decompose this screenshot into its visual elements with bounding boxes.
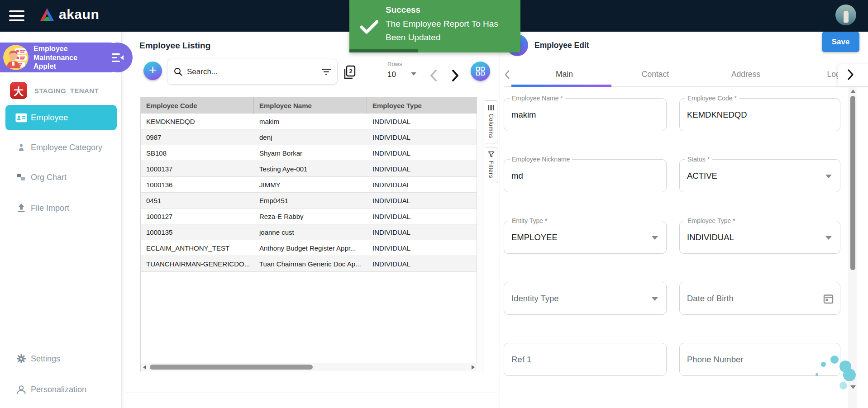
tab-contact[interactable]: Contact [642, 70, 669, 79]
column-header[interactable]: Employee Name [254, 97, 367, 114]
horizontal-scrollbar-thumb[interactable] [150, 365, 313, 370]
menu-icon[interactable] [9, 10, 24, 21]
cell-employee-name: Testing Aye-001 [254, 161, 367, 176]
tabs-scroll-left-button[interactable] [504, 70, 510, 80]
toast-message: The Employee Report To Has Been Updated [386, 17, 515, 44]
horizontal-scrollbar[interactable] [141, 363, 477, 371]
field-phone-number[interactable]: Phone Number [679, 343, 840, 376]
svg-text:2: 2 [349, 68, 352, 75]
field-placeholder: Ref 1 [511, 355, 531, 365]
field-date-of-birth[interactable]: Date of Birth [679, 282, 840, 315]
cell-employee-type: INDIVIDUAL [367, 224, 477, 240]
table-row[interactable]: 1000127 Reza-E Rabby INDIVIDUAL [141, 209, 477, 224]
tab-main[interactable]: Main [556, 70, 573, 79]
filter-list-icon[interactable] [322, 69, 331, 75]
cell-employee-code: 1000127 [141, 209, 254, 224]
grid-view-button[interactable] [471, 62, 490, 81]
search-input[interactable] [186, 67, 322, 77]
scroll-left-arrow-icon[interactable] [143, 365, 146, 370]
employee-badge-icon [15, 113, 27, 123]
sidebar-collapse-button[interactable] [103, 43, 133, 72]
table-row[interactable]: 0451 Emp0451 INDIVIDUAL [141, 193, 477, 209]
add-employee-button[interactable]: + [143, 62, 162, 80]
sidebar-item-file-import[interactable]: File Import [0, 201, 121, 215]
cell-employee-code: 1000135 [141, 224, 254, 240]
sidebar-item-employee[interactable]: Employee [5, 105, 117, 130]
sidebar-item-label: Settings [31, 354, 60, 364]
upload-icon [15, 204, 27, 213]
active-tab-underline [511, 85, 611, 87]
sidebar-item-org-chart[interactable]: Org Chart [0, 170, 121, 185]
tab-address[interactable]: Address [731, 70, 760, 79]
employee-category-icon [15, 144, 27, 152]
success-toast[interactable]: Success The Employee Report To Has Been … [349, 0, 520, 52]
field-ref-1[interactable]: Ref 1 [504, 343, 667, 376]
columns-tab[interactable]: Columns [485, 100, 497, 143]
pages-icon[interactable]: 2 [343, 65, 356, 80]
applet-header[interactable]: Employee Maintenance Applet [0, 43, 117, 72]
cell-employee-type: INDIVIDUAL [367, 256, 477, 271]
table-row[interactable]: 1000137 Testing Aye-001 INDIVIDUAL [141, 161, 477, 177]
calendar-icon[interactable] [823, 294, 834, 304]
table-side-tabs: Columns Filters [485, 100, 497, 187]
cell-employee-name: joanne cust [254, 224, 367, 240]
table-row[interactable]: 0987 denj INDIVIDUAL [141, 129, 477, 145]
vertical-scrollbar[interactable] [849, 87, 857, 408]
field-employee-nickname[interactable]: Employee Nickname md [504, 159, 667, 192]
vertical-scrollbar-thumb[interactable] [850, 96, 855, 270]
table-row[interactable]: ECLAIM_ANTHONY_TEST Anthony Budget Regis… [141, 240, 477, 256]
cell-employee-type: INDIVIDUAL [367, 114, 477, 129]
field-identity-type[interactable]: Identity Type [504, 282, 667, 315]
rows-value: 10 [387, 70, 424, 79]
pagination-next-button[interactable] [450, 69, 460, 82]
scroll-right-arrow-icon[interactable] [472, 365, 475, 370]
table-row[interactable]: 1000136 JIMMY INDIVIDUAL [141, 177, 477, 193]
field-employee-name[interactable]: Employee Name * makim [504, 98, 667, 131]
column-header[interactable]: Employee Code [141, 97, 254, 114]
sidebar-item-personalization[interactable]: Personalization [0, 382, 121, 397]
field-value: KEMDKNEDQD [687, 110, 747, 120]
sidebar-item-tenant[interactable]: 大 STAGING_TENANT [0, 80, 121, 101]
field-status[interactable]: Status * ACTIVE [679, 159, 840, 192]
field-employee-code[interactable]: Employee Code * KEMDKNEDQD [679, 98, 840, 131]
filters-tab[interactable]: Filters [485, 147, 497, 183]
sidebar-item-label: Org Chart [31, 173, 67, 182]
table-row[interactable]: SB108 Shyam Borkar INDIVIDUAL [141, 145, 477, 161]
table-row[interactable]: 1000135 joanne cust INDIVIDUAL [141, 224, 477, 240]
field-placeholder: Phone Number [687, 355, 743, 365]
sidebar-item-settings[interactable]: Settings [0, 351, 121, 366]
cell-employee-type: INDIVIDUAL [367, 161, 477, 176]
cell-employee-name: Reza-E Rabby [254, 209, 367, 224]
sidebar-item-label: Employee [31, 113, 68, 123]
tenant-label: STAGING_TENANT [34, 87, 99, 95]
field-employee-type[interactable]: Employee Type * INDIVIDUAL [679, 221, 840, 254]
table-vertical-scroll-gutter [477, 97, 483, 371]
scroll-up-arrow-icon[interactable] [850, 90, 856, 93]
brand-triangle-icon [39, 7, 55, 22]
pagination-prev-button[interactable] [429, 69, 439, 82]
user-avatar[interactable] [835, 5, 856, 25]
save-button[interactable]: Save [822, 32, 859, 52]
chevron-down-icon [825, 236, 832, 240]
rows-per-page-select[interactable]: Rows 10 [387, 61, 424, 83]
cell-employee-code: 1000136 [141, 177, 254, 192]
table-row[interactable]: TUANCHAIRMAN-GENERICDO... Tuan Chairman … [141, 256, 477, 272]
cell-employee-name: Tuan Chairman Generic Doc Ap... [254, 256, 367, 271]
editor-tabs: Main Contact Address Logi [504, 63, 868, 87]
table-row[interactable]: KEMDKNEDQD makim INDIVIDUAL [141, 114, 477, 129]
field-entity-type[interactable]: Entity Type * EMPLOYEE [504, 221, 667, 254]
applet-avatar [3, 45, 29, 70]
column-header[interactable]: Employee Type [367, 97, 477, 114]
search-icon [174, 67, 182, 76]
sidebar-item-employee-category[interactable]: Employee Category [0, 140, 121, 155]
toast-title: Success [386, 5, 420, 15]
chevron-down-icon [825, 175, 832, 178]
field-value: EMPLOYEE [511, 232, 558, 242]
sidebar: Employee Maintenance Applet 大 STAGING [0, 32, 122, 408]
field-label: Status * [685, 156, 712, 163]
cell-employee-name: denj [254, 129, 367, 145]
decor-dot [843, 369, 856, 381]
tabs-scroll-right-button[interactable] [846, 68, 854, 81]
scroll-down-arrow-icon[interactable] [850, 385, 856, 389]
search-box [167, 59, 338, 85]
